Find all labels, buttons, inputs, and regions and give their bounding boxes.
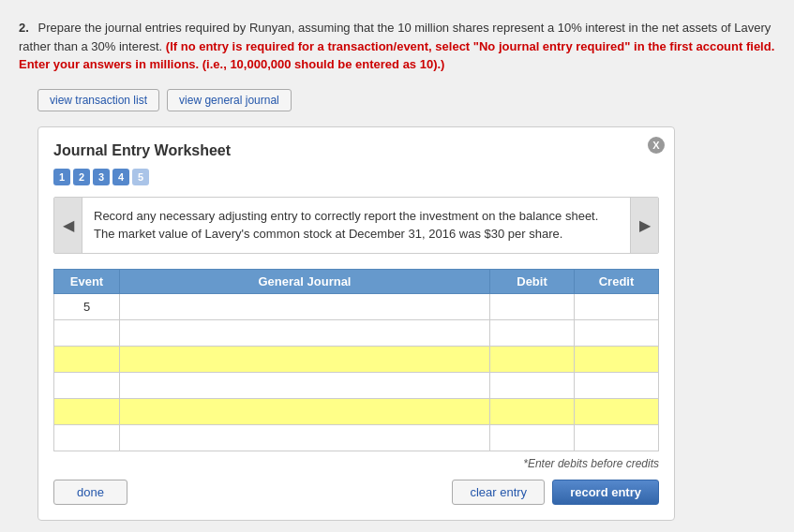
debit-cell-6[interactable] (490, 424, 575, 451)
close-button[interactable]: X (648, 137, 665, 154)
bottom-buttons: done clear entry record entry (53, 480, 659, 505)
general-journal-input-3[interactable] (120, 347, 489, 372)
debit-input-1[interactable] (490, 294, 574, 319)
col-header-debit: Debit (490, 269, 575, 293)
general-journal-cell-6[interactable] (120, 424, 490, 451)
event-cell-1: 5 (54, 293, 120, 319)
view-general-journal-button[interactable]: view general journal (167, 89, 292, 111)
credit-cell-2[interactable] (575, 319, 659, 346)
debit-input-4[interactable] (490, 373, 574, 398)
hint-text: *Enter debits before credits (53, 457, 659, 470)
debit-cell-3[interactable] (490, 346, 575, 372)
credit-input-2[interactable] (575, 320, 658, 346)
debit-cell-1[interactable] (490, 293, 575, 319)
general-journal-cell-4[interactable] (120, 372, 490, 398)
col-header-credit: Credit (575, 269, 659, 293)
instruction-text: Record any necessary adjusting entry to … (82, 198, 630, 253)
general-journal-cell-1[interactable] (120, 293, 490, 319)
general-journal-input-5[interactable] (120, 399, 489, 424)
debit-cell-5[interactable] (490, 398, 575, 424)
question-number: 2. (19, 21, 29, 35)
table-row (54, 398, 659, 424)
worksheet-panel: Journal Entry Worksheet X 1 2 3 4 5 ◀ Re… (37, 126, 675, 521)
step-1[interactable]: 1 (53, 169, 70, 185)
credit-cell-5[interactable] (575, 398, 659, 424)
navigation-row: ◀ Record any necessary adjusting entry t… (53, 197, 659, 254)
step-5[interactable]: 5 (132, 169, 149, 185)
col-header-general-journal: General Journal (120, 269, 490, 293)
credit-input-6[interactable] (575, 425, 658, 451)
done-button[interactable]: done (53, 480, 127, 505)
general-journal-cell-3[interactable] (120, 346, 490, 372)
credit-input-4[interactable] (575, 373, 658, 398)
debit-input-3[interactable] (490, 347, 574, 372)
worksheet-title: Journal Entry Worksheet (53, 142, 659, 159)
col-header-event: Event (54, 269, 120, 293)
step-3[interactable]: 3 (93, 169, 110, 185)
view-transaction-list-button[interactable]: view transaction list (37, 89, 159, 111)
event-cell-6 (54, 424, 120, 451)
table-row: 5 (54, 293, 659, 319)
event-cell-2 (54, 319, 120, 346)
general-journal-cell-5[interactable] (120, 398, 490, 424)
event-cell-3 (54, 346, 120, 372)
top-button-row: view transaction list view general journ… (37, 89, 775, 111)
credit-input-1[interactable] (575, 294, 658, 319)
table-row (54, 346, 659, 372)
page-container: 2. Prepare the journal entries required … (19, 19, 775, 521)
step-4[interactable]: 4 (112, 169, 129, 185)
debit-input-2[interactable] (490, 320, 574, 346)
credit-cell-1[interactable] (575, 293, 659, 319)
credit-cell-3[interactable] (575, 346, 659, 372)
question-text: 2. Prepare the journal entries required … (19, 19, 775, 74)
general-journal-input-6[interactable] (120, 425, 489, 451)
table-row (54, 424, 659, 451)
general-journal-cell-2[interactable] (120, 319, 490, 346)
debit-input-6[interactable] (490, 425, 574, 451)
general-journal-input-1[interactable] (120, 294, 489, 319)
nav-prev-button[interactable]: ◀ (54, 198, 82, 253)
debit-cell-4[interactable] (490, 372, 575, 398)
credit-cell-4[interactable] (575, 372, 659, 398)
clear-entry-button[interactable]: clear entry (452, 480, 545, 505)
right-buttons: clear entry record entry (452, 480, 659, 505)
debit-cell-2[interactable] (490, 319, 575, 346)
table-row (54, 319, 659, 346)
nav-next-button[interactable]: ▶ (630, 198, 658, 253)
credit-input-3[interactable] (575, 347, 658, 372)
general-journal-input-4[interactable] (120, 373, 489, 398)
record-entry-button[interactable]: record entry (552, 480, 659, 505)
general-journal-input-2[interactable] (120, 320, 489, 346)
event-cell-5 (54, 398, 120, 424)
journal-table: Event General Journal Debit Credit 5 (53, 269, 659, 451)
step-2[interactable]: 2 (73, 169, 90, 185)
event-cell-4 (54, 372, 120, 398)
debit-input-5[interactable] (490, 399, 574, 424)
credit-input-5[interactable] (575, 399, 658, 424)
credit-cell-6[interactable] (575, 424, 659, 451)
step-indicators: 1 2 3 4 5 (53, 169, 659, 185)
table-row (54, 372, 659, 398)
